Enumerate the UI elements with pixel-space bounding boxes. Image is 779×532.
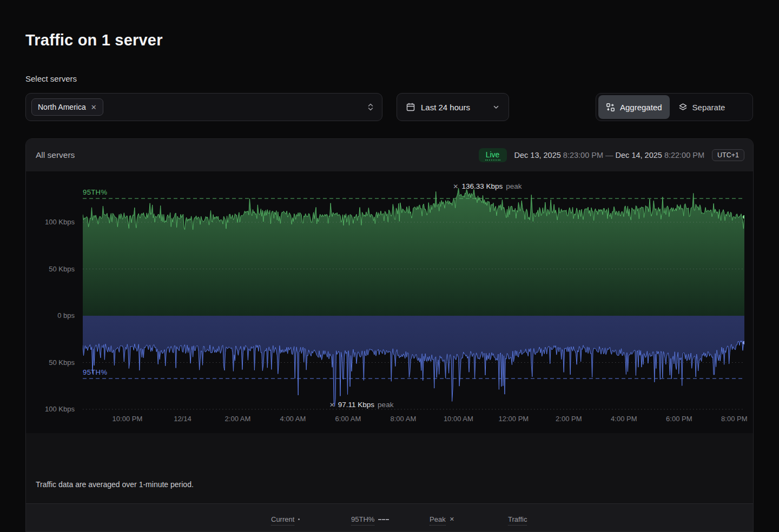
selected-server-tag-label: North America	[38, 103, 86, 111]
p95-in-label: 95TH%	[83, 368, 107, 376]
x-axis-tick: 6:00 AM	[335, 415, 361, 423]
x-axis-tick: 8:00 AM	[391, 415, 417, 423]
peak-x-icon: ✕	[453, 183, 458, 190]
stats-header-traffic: Traffic	[508, 514, 749, 527]
current-dot-icon	[298, 518, 300, 520]
chart-plot-area[interactable]: 95TH% 95TH% ✕ 136.33 Kbps peak ✕ 97.11 K…	[83, 171, 744, 433]
toggle-separate-label: Separate	[692, 103, 725, 112]
timezone-chip[interactable]: UTC+1	[712, 149, 744, 161]
p95-dashes-icon	[378, 519, 389, 520]
stats-header-current: Current	[271, 514, 351, 527]
live-activity-ticks	[485, 159, 500, 161]
live-badge[interactable]: Live	[479, 148, 507, 162]
selected-server-tag[interactable]: North America ✕	[31, 98, 103, 116]
range-start-date: Dec 13, 2025	[514, 151, 561, 159]
chart-footnote: Traffic data are averaged over 1-minute …	[36, 480, 194, 489]
x-axis-tick: 10:00 PM	[113, 415, 143, 423]
separate-layers-icon	[678, 103, 688, 112]
panel-title: All servers	[36, 150, 75, 160]
y-axis-tick: 0 bps	[26, 311, 75, 320]
stats-section: Current 95TH% Peak✕ Traffic OUT 105	[26, 503, 754, 532]
peak-out-annotation: ✕ 136.33 Kbps peak	[453, 182, 521, 190]
traffic-panel: All servers Live Dec 13, 2025 8:23:00 PM…	[25, 138, 754, 532]
x-axis-tick: 4:00 AM	[280, 415, 306, 423]
aggregated-combine-icon	[606, 103, 615, 112]
range-separator: —	[605, 151, 613, 159]
chevron-down-icon	[492, 103, 500, 111]
chart-footnote-row: Traffic data are averaged over 1-minute …	[26, 466, 754, 503]
peak-x-icon: ✕	[450, 516, 454, 523]
panel-header-right: Live Dec 13, 2025 8:23:00 PM — Dec 14, 2…	[479, 148, 744, 162]
toggle-separate-button[interactable]: Separate	[671, 95, 733, 119]
calendar-icon	[406, 102, 415, 112]
y-axis-tick: 50 Kbps	[26, 265, 75, 273]
traffic-chart: 100 Kbps50 Kbps0 bps50 Kbps100 Kbps 95TH…	[26, 171, 754, 433]
x-axis-tick: 2:00 AM	[225, 415, 251, 423]
unfold-chevrons-icon[interactable]	[367, 102, 374, 112]
x-axis-tick: 2:00 PM	[556, 415, 582, 423]
select-servers-label: Select servers	[25, 74, 77, 83]
range-start-time: 8:23:00 PM	[563, 151, 603, 159]
peak-in-annotation: ✕ 97.11 Kbps peak	[329, 401, 394, 409]
toggle-aggregated-button[interactable]: Aggregated	[598, 95, 670, 119]
x-axis-tick: 12:00 PM	[499, 415, 529, 423]
panel-header: All servers Live Dec 13, 2025 8:23:00 PM…	[26, 139, 753, 171]
x-axis-tick: 8:00 PM	[721, 415, 747, 423]
x-axis-tick: 6:00 PM	[666, 415, 692, 423]
view-mode-toggle: Aggregated Separate	[596, 93, 753, 121]
y-axis-tick: 50 Kbps	[26, 358, 75, 367]
x-axis-tick: 10:00 AM	[444, 415, 473, 423]
x-axis-tick: 12/14	[174, 415, 192, 423]
remove-tag-icon[interactable]: ✕	[91, 103, 97, 111]
p95-out-label: 95TH%	[83, 188, 107, 196]
y-axis-tick: 100 Kbps	[26, 218, 75, 226]
date-range-button[interactable]: Last 24 hours	[397, 93, 509, 121]
toggle-aggregated-label: Aggregated	[620, 103, 662, 112]
date-range-readout: Dec 13, 2025 8:23:00 PM — Dec 14, 2025 8…	[514, 151, 705, 159]
page-title: Traffic on 1 server	[25, 31, 163, 49]
stats-table: Current 95TH% Peak✕ Traffic OUT 105	[202, 511, 749, 532]
server-select-input[interactable]: North America ✕	[25, 93, 382, 121]
stats-header-p95: 95TH%	[351, 514, 430, 527]
live-badge-label: Live	[486, 150, 500, 159]
stats-header-peak: Peak✕	[430, 514, 508, 527]
traffic-area-chart-svg	[83, 171, 744, 433]
range-end-date: Dec 14, 2025	[616, 151, 662, 159]
y-axis-tick: 100 Kbps	[26, 405, 75, 413]
date-range-button-label: Last 24 hours	[421, 103, 487, 112]
x-axis-tick: 4:00 PM	[611, 415, 637, 423]
range-end-time: 8:22:00 PM	[664, 151, 704, 159]
peak-x-icon: ✕	[329, 401, 335, 409]
